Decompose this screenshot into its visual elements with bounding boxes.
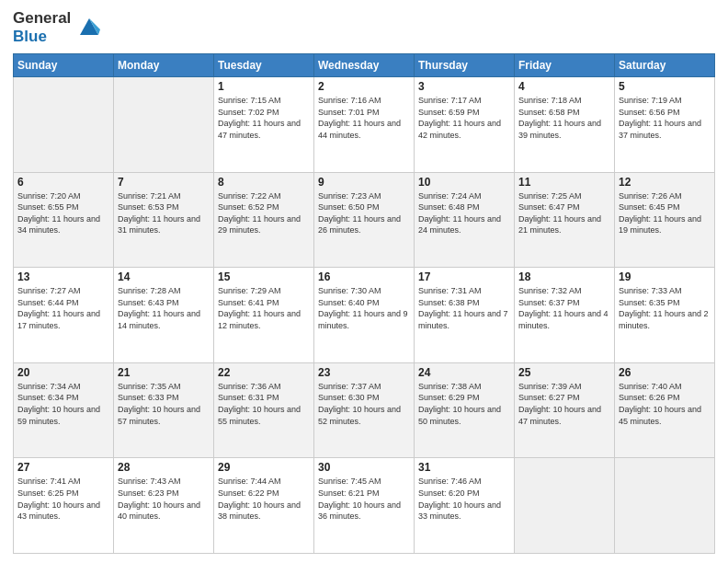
calendar-cell: 11Sunrise: 7:25 AMSunset: 6:47 PMDayligh…: [515, 172, 615, 268]
calendar-cell: 30Sunrise: 7:45 AMSunset: 6:21 PMDayligh…: [314, 458, 415, 554]
day-info: Sunrise: 7:31 AMSunset: 6:38 PMDaylight:…: [418, 285, 510, 331]
calendar-cell: 2Sunrise: 7:16 AMSunset: 7:01 PMDaylight…: [314, 77, 415, 173]
day-number: 8: [218, 176, 310, 189]
day-number: 31: [418, 461, 510, 474]
calendar-week-4: 20Sunrise: 7:34 AMSunset: 6:34 PMDayligh…: [14, 362, 715, 458]
day-info: Sunrise: 7:27 AMSunset: 6:44 PMDaylight:…: [17, 285, 109, 331]
calendar-cell: 4Sunrise: 7:18 AMSunset: 6:58 PMDaylight…: [515, 77, 615, 173]
calendar-cell: 18Sunrise: 7:32 AMSunset: 6:37 PMDayligh…: [515, 268, 615, 363]
calendar-cell: 3Sunrise: 7:17 AMSunset: 6:59 PMDaylight…: [415, 77, 515, 173]
day-info: Sunrise: 7:20 AMSunset: 6:55 PMDaylight:…: [17, 190, 109, 236]
calendar-cell: 19Sunrise: 7:33 AMSunset: 6:35 PMDayligh…: [615, 268, 715, 363]
day-info: Sunrise: 7:39 AMSunset: 6:27 PMDaylight:…: [518, 381, 610, 427]
calendar-cell: 12Sunrise: 7:26 AMSunset: 6:45 PMDayligh…: [615, 172, 715, 268]
calendar-cell: 8Sunrise: 7:22 AMSunset: 6:52 PMDaylight…: [214, 172, 314, 268]
calendar-cell: 13Sunrise: 7:27 AMSunset: 6:44 PMDayligh…: [14, 268, 114, 363]
calendar-cell: 22Sunrise: 7:36 AMSunset: 6:31 PMDayligh…: [214, 362, 314, 458]
day-info: Sunrise: 7:33 AMSunset: 6:35 PMDaylight:…: [619, 285, 711, 331]
logo-icon: [74, 11, 104, 40]
day-info: Sunrise: 7:46 AMSunset: 6:20 PMDaylight:…: [418, 476, 510, 522]
calendar-cell: 5Sunrise: 7:19 AMSunset: 6:56 PMDaylight…: [615, 77, 715, 173]
day-number: 19: [619, 270, 711, 283]
day-info: Sunrise: 7:29 AMSunset: 6:41 PMDaylight:…: [218, 285, 310, 331]
day-info: Sunrise: 7:32 AMSunset: 6:37 PMDaylight:…: [518, 285, 610, 331]
weekday-header-wednesday: Wednesday: [314, 54, 415, 77]
calendar-cell: [615, 458, 715, 554]
day-info: Sunrise: 7:37 AMSunset: 6:30 PMDaylight:…: [318, 381, 410, 427]
weekday-header-sunday: Sunday: [14, 54, 114, 77]
day-number: 11: [518, 176, 610, 189]
weekday-header-monday: Monday: [114, 54, 214, 77]
calendar-cell: 27Sunrise: 7:41 AMSunset: 6:25 PMDayligh…: [14, 458, 114, 554]
day-number: 3: [418, 80, 510, 93]
calendar-cell: 17Sunrise: 7:31 AMSunset: 6:38 PMDayligh…: [415, 268, 515, 363]
calendar-week-5: 27Sunrise: 7:41 AMSunset: 6:25 PMDayligh…: [14, 458, 715, 554]
calendar-week-1: 1Sunrise: 7:15 AMSunset: 7:02 PMDaylight…: [14, 77, 715, 173]
day-number: 6: [17, 176, 109, 189]
logo-general: General: [13, 9, 71, 28]
day-info: Sunrise: 7:21 AMSunset: 6:53 PMDaylight:…: [118, 190, 210, 236]
calendar-cell: 29Sunrise: 7:44 AMSunset: 6:22 PMDayligh…: [214, 458, 314, 554]
day-info: Sunrise: 7:17 AMSunset: 6:59 PMDaylight:…: [418, 95, 510, 141]
day-info: Sunrise: 7:25 AMSunset: 6:47 PMDaylight:…: [518, 190, 610, 236]
weekday-header-thursday: Thursday: [415, 54, 515, 77]
day-info: Sunrise: 7:38 AMSunset: 6:29 PMDaylight:…: [418, 381, 510, 427]
day-number: 2: [318, 80, 410, 93]
logo: General Blue: [13, 9, 104, 46]
day-number: 9: [318, 176, 410, 189]
day-number: 17: [418, 270, 510, 283]
calendar-cell: 31Sunrise: 7:46 AMSunset: 6:20 PMDayligh…: [415, 458, 515, 554]
day-number: 30: [318, 461, 410, 474]
day-number: 10: [418, 176, 510, 189]
day-number: 21: [118, 366, 210, 379]
calendar-cell: 23Sunrise: 7:37 AMSunset: 6:30 PMDayligh…: [314, 362, 415, 458]
calendar-table: SundayMondayTuesdayWednesdayThursdayFrid…: [13, 53, 715, 554]
day-number: 23: [318, 366, 410, 379]
logo-blue: Blue: [13, 28, 71, 46]
weekday-header-row: SundayMondayTuesdayWednesdayThursdayFrid…: [14, 54, 715, 77]
day-info: Sunrise: 7:35 AMSunset: 6:33 PMDaylight:…: [118, 381, 210, 427]
day-info: Sunrise: 7:26 AMSunset: 6:45 PMDaylight:…: [619, 190, 711, 236]
calendar-cell: [515, 458, 615, 554]
day-number: 25: [518, 366, 610, 379]
day-info: Sunrise: 7:15 AMSunset: 7:02 PMDaylight:…: [218, 95, 310, 141]
day-info: Sunrise: 7:24 AMSunset: 6:48 PMDaylight:…: [418, 190, 510, 236]
calendar-cell: 25Sunrise: 7:39 AMSunset: 6:27 PMDayligh…: [515, 362, 615, 458]
day-number: 27: [17, 461, 109, 474]
calendar-cell: 26Sunrise: 7:40 AMSunset: 6:26 PMDayligh…: [615, 362, 715, 458]
day-number: 4: [518, 80, 610, 93]
calendar-cell: 20Sunrise: 7:34 AMSunset: 6:34 PMDayligh…: [14, 362, 114, 458]
calendar-week-3: 13Sunrise: 7:27 AMSunset: 6:44 PMDayligh…: [14, 268, 715, 363]
day-number: 15: [218, 270, 310, 283]
day-number: 28: [118, 461, 210, 474]
header: General Blue: [13, 9, 715, 46]
day-number: 7: [118, 176, 210, 189]
page: General Blue SundayMondayTuesdayWednesda…: [0, 0, 728, 563]
day-info: Sunrise: 7:45 AMSunset: 6:21 PMDaylight:…: [318, 476, 410, 522]
day-info: Sunrise: 7:30 AMSunset: 6:40 PMDaylight:…: [318, 285, 410, 331]
calendar-cell: 28Sunrise: 7:43 AMSunset: 6:23 PMDayligh…: [114, 458, 214, 554]
day-info: Sunrise: 7:40 AMSunset: 6:26 PMDaylight:…: [619, 381, 711, 427]
day-number: 22: [218, 366, 310, 379]
day-number: 26: [619, 366, 711, 379]
day-number: 12: [619, 176, 711, 189]
day-number: 24: [418, 366, 510, 379]
day-number: 14: [118, 270, 210, 283]
day-info: Sunrise: 7:23 AMSunset: 6:50 PMDaylight:…: [318, 190, 410, 236]
calendar-cell: 6Sunrise: 7:20 AMSunset: 6:55 PMDaylight…: [14, 172, 114, 268]
calendar-week-2: 6Sunrise: 7:20 AMSunset: 6:55 PMDaylight…: [14, 172, 715, 268]
calendar-cell: 1Sunrise: 7:15 AMSunset: 7:02 PMDaylight…: [214, 77, 314, 173]
weekday-header-saturday: Saturday: [615, 54, 715, 77]
calendar-cell: [14, 77, 114, 173]
day-info: Sunrise: 7:19 AMSunset: 6:56 PMDaylight:…: [619, 95, 711, 141]
day-info: Sunrise: 7:44 AMSunset: 6:22 PMDaylight:…: [218, 476, 310, 522]
calendar-cell: [114, 77, 214, 173]
day-info: Sunrise: 7:43 AMSunset: 6:23 PMDaylight:…: [118, 476, 210, 522]
day-number: 1: [218, 80, 310, 93]
day-info: Sunrise: 7:36 AMSunset: 6:31 PMDaylight:…: [218, 381, 310, 427]
calendar-cell: 15Sunrise: 7:29 AMSunset: 6:41 PMDayligh…: [214, 268, 314, 363]
logo-text: General Blue: [13, 9, 104, 46]
day-info: Sunrise: 7:34 AMSunset: 6:34 PMDaylight:…: [17, 381, 109, 427]
day-number: 29: [218, 461, 310, 474]
day-info: Sunrise: 7:16 AMSunset: 7:01 PMDaylight:…: [318, 95, 410, 141]
